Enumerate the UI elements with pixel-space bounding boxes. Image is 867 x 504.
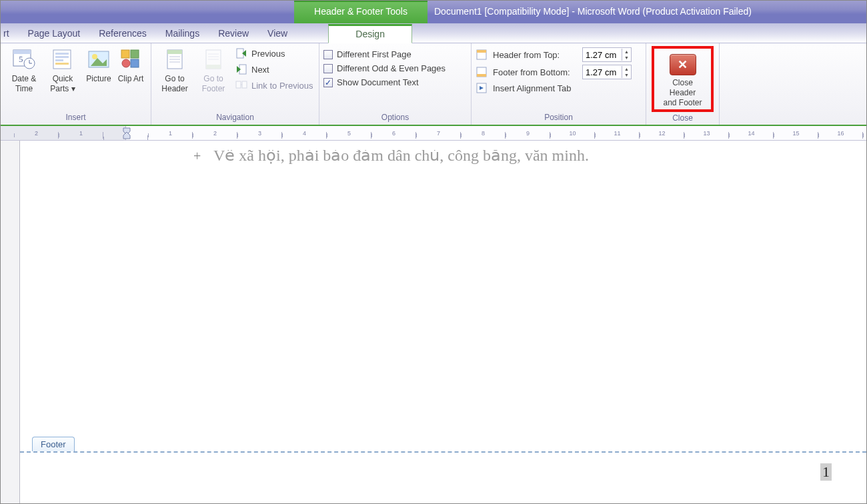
quick-parts-label: Quick Parts ▾ bbox=[45, 74, 81, 94]
footer-bottom-icon bbox=[476, 66, 489, 78]
quick-parts-icon bbox=[51, 47, 75, 71]
clip-art-icon bbox=[119, 47, 143, 71]
tab-view[interactable]: View bbox=[258, 24, 297, 43]
svg-rect-32 bbox=[236, 81, 241, 88]
header-top-icon bbox=[476, 49, 489, 61]
different-first-page-label: Different First Page bbox=[337, 49, 411, 59]
page-number-field[interactable]: 1 bbox=[820, 463, 832, 481]
indent-marker-icon[interactable] bbox=[123, 127, 129, 140]
footer-from-bottom-input[interactable] bbox=[583, 66, 622, 79]
svg-rect-7 bbox=[55, 53, 69, 55]
previous-label: Previous bbox=[251, 49, 285, 59]
svg-rect-38 bbox=[477, 74, 486, 77]
show-document-text-label: Show Document Text bbox=[337, 77, 419, 87]
svg-text:5: 5 bbox=[19, 54, 23, 64]
spinner-down-icon[interactable]: ▼ bbox=[622, 55, 631, 61]
clip-art-label: Clip Art bbox=[118, 74, 144, 84]
svg-point-12 bbox=[92, 54, 97, 59]
date-time-label: Date & Time bbox=[6, 74, 42, 94]
different-odd-even-checkbox[interactable]: Different Odd & Even Pages bbox=[323, 61, 446, 75]
group-label-navigation: Navigation bbox=[151, 111, 319, 125]
spinner-down-icon[interactable]: ▼ bbox=[622, 72, 631, 78]
previous-icon bbox=[235, 47, 247, 59]
svg-rect-8 bbox=[55, 56, 69, 58]
insert-alignment-tab-button[interactable]: Insert Alignment Tab bbox=[476, 81, 572, 95]
group-label-close: Close bbox=[646, 112, 719, 125]
goto-header-button[interactable]: Go to Header bbox=[155, 46, 194, 94]
close-icon: ✕ bbox=[670, 54, 696, 75]
tab-mailings[interactable]: Mailings bbox=[156, 24, 209, 43]
svg-rect-24 bbox=[206, 65, 221, 69]
group-label-insert: Insert bbox=[1, 111, 151, 125]
svg-rect-36 bbox=[477, 50, 486, 53]
footer-from-bottom-label: Footer from Bottom: bbox=[493, 67, 577, 77]
ribbon-tabs: rt Page Layout References Mailings Revie… bbox=[1, 23, 866, 43]
next-icon bbox=[235, 63, 247, 75]
svg-rect-15 bbox=[131, 50, 139, 58]
tab-design[interactable]: Design bbox=[328, 24, 412, 43]
picture-icon bbox=[87, 47, 111, 71]
horizontal-ruler[interactable]: 211234567891011121314151617 bbox=[1, 126, 866, 141]
group-label-options: Options bbox=[319, 111, 471, 125]
goto-header-icon bbox=[163, 47, 187, 71]
close-header-footer-label2: and Footer bbox=[663, 98, 702, 108]
svg-rect-17 bbox=[131, 59, 139, 67]
checkbox-icon bbox=[323, 64, 333, 73]
quick-parts-button[interactable]: Quick Parts ▾ bbox=[43, 46, 82, 94]
document-area: + Về xã hội, phải bảo đảm dân chủ, công … bbox=[1, 141, 866, 504]
close-header-footer-button[interactable]: ✕ Close Header and Footer bbox=[658, 50, 707, 108]
previous-button[interactable]: Previous bbox=[235, 47, 313, 59]
header-from-top-input[interactable] bbox=[583, 49, 622, 61]
goto-footer-icon bbox=[201, 47, 225, 71]
window-title: Document1 [Compatibility Mode] - Microso… bbox=[427, 1, 866, 23]
picture-label: Picture bbox=[86, 74, 111, 84]
svg-point-16 bbox=[122, 59, 130, 67]
picture-button[interactable]: Picture bbox=[82, 46, 115, 84]
link-previous-label: Link to Previous bbox=[251, 81, 313, 91]
insert-alignment-tab-label: Insert Alignment Tab bbox=[493, 83, 572, 93]
link-previous-icon bbox=[235, 79, 247, 91]
svg-marker-42 bbox=[123, 132, 130, 139]
different-odd-even-label: Different Odd & Even Pages bbox=[337, 63, 446, 73]
calendar-clock-icon: 5 bbox=[12, 47, 36, 71]
tab-review[interactable]: Review bbox=[209, 24, 258, 43]
close-header-footer-label1: Close Header bbox=[660, 78, 706, 98]
svg-rect-14 bbox=[121, 50, 129, 58]
group-label-position: Position bbox=[472, 111, 646, 125]
footer-from-bottom-spinner[interactable]: ▲▼ bbox=[582, 65, 632, 79]
show-document-text-checkbox[interactable]: Show Document Text bbox=[323, 75, 419, 89]
next-button[interactable]: Next bbox=[235, 63, 313, 75]
goto-header-label: Go to Header bbox=[157, 74, 193, 94]
header-from-top-label: Header from Top: bbox=[493, 50, 577, 60]
footer-boundary-line bbox=[20, 451, 866, 453]
link-previous-button: Link to Previous bbox=[235, 79, 313, 91]
date-time-button[interactable]: 5 Date & Time bbox=[5, 46, 43, 94]
goto-footer-label: Go to Footer bbox=[195, 74, 231, 94]
contextual-tab-header-footer: Header & Footer Tools bbox=[294, 1, 427, 23]
svg-rect-10 bbox=[55, 63, 69, 65]
dropdown-caret-icon: ▾ bbox=[71, 84, 75, 93]
footer-tab[interactable]: Footer bbox=[32, 437, 75, 451]
svg-rect-33 bbox=[242, 81, 247, 88]
document-page[interactable]: + Về xã hội, phải bảo đảm dân chủ, công … bbox=[19, 141, 866, 504]
tab-page-layout[interactable]: Page Layout bbox=[19, 24, 90, 43]
close-header-footer-highlight: ✕ Close Header and Footer bbox=[652, 46, 714, 112]
next-label: Next bbox=[251, 65, 269, 75]
title-bar: Header & Footer Tools Document1 [Compati… bbox=[1, 1, 866, 23]
tab-references[interactable]: References bbox=[89, 24, 156, 43]
checkbox-icon bbox=[323, 50, 333, 59]
bullet-plus-icon: + bbox=[193, 149, 201, 164]
svg-rect-9 bbox=[55, 59, 63, 61]
spinner-up-icon[interactable]: ▲ bbox=[622, 66, 631, 72]
different-first-page-checkbox[interactable]: Different First Page bbox=[323, 47, 411, 61]
spinner-up-icon[interactable]: ▲ bbox=[622, 49, 631, 55]
clip-art-button[interactable]: Clip Art bbox=[115, 46, 146, 84]
alignment-tab-icon bbox=[476, 82, 489, 94]
goto-footer-button: Go to Footer bbox=[194, 46, 233, 94]
ribbon: 5 Date & Time Quick Parts ▾ Picture bbox=[1, 43, 866, 126]
tab-insert-cut[interactable]: rt bbox=[1, 24, 19, 43]
header-from-top-spinner[interactable]: ▲▼ bbox=[582, 47, 632, 62]
checkbox-checked-icon bbox=[323, 78, 333, 87]
svg-rect-19 bbox=[167, 50, 182, 54]
